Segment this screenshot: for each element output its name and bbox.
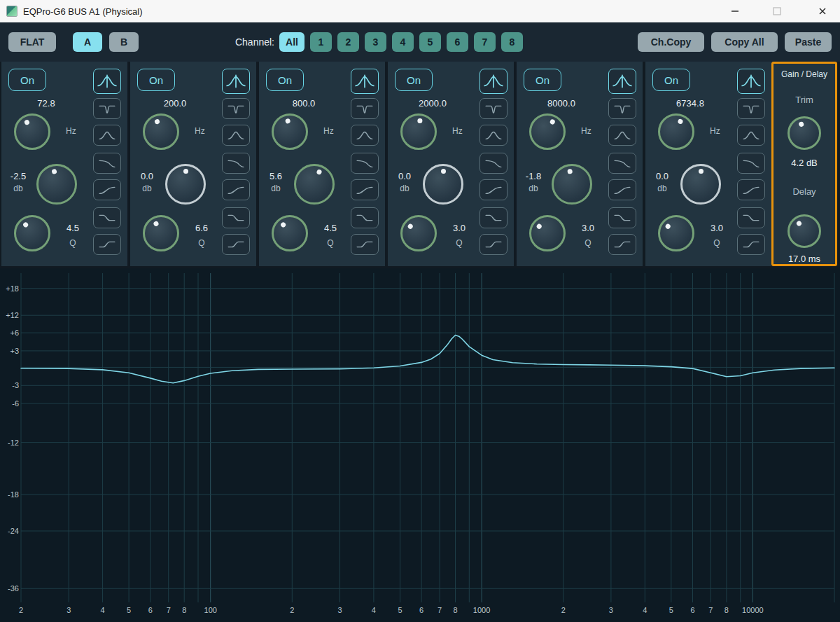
notch-filter-icon[interactable]: [351, 98, 379, 119]
x-axis-tick-label: 8: [724, 606, 729, 614]
highshelf-filter-icon[interactable]: [737, 234, 765, 255]
toolbar: FLAT A B Channel: Ch.Copy Copy All Paste…: [0, 22, 840, 62]
trim-value: 4.2 dB: [774, 158, 835, 168]
lowshelf-filter-icon[interactable]: [479, 207, 507, 228]
channel-button-3[interactable]: 3: [365, 32, 386, 52]
gain-delay-panel: Gain / Delay Trim 4.2 dB Delay 17.0 ms: [771, 62, 837, 266]
titlebar: EQPro-G6 BUS A1 (Physical): [0, 0, 840, 23]
channel-button-all[interactable]: All: [279, 32, 304, 52]
bandpass-filter-icon[interactable]: [479, 125, 507, 146]
x-axis-tick-label: 8: [182, 606, 186, 614]
eq-band-panel-4: On 2000.0 Hz 0.0 db 3.0 Q: [388, 62, 514, 266]
x-axis-tick-label: 5: [398, 606, 402, 614]
channel-button-8[interactable]: 8: [501, 32, 523, 52]
flat-button[interactable]: FLAT: [8, 32, 56, 52]
filter-type-stack: [1, 62, 127, 266]
lowshelf-filter-icon[interactable]: [93, 207, 121, 228]
highpass-filter-icon[interactable]: [93, 179, 121, 200]
peaking-filter-icon[interactable]: [93, 69, 121, 94]
notch-filter-icon[interactable]: [93, 98, 121, 119]
x-axis-tick-label: 5: [127, 606, 131, 614]
x-axis-tick-label: 1000: [473, 606, 490, 614]
channel-button-5[interactable]: 5: [419, 32, 441, 52]
close-button[interactable]: [806, 0, 839, 22]
x-axis-tick-label: 2: [19, 606, 23, 614]
peaking-filter-icon[interactable]: [737, 69, 765, 94]
lowshelf-filter-icon[interactable]: [737, 207, 765, 228]
y-axis-tick-label: +3: [10, 347, 19, 355]
lowpass-filter-icon[interactable]: [608, 153, 636, 174]
trim-knob[interactable]: [788, 116, 821, 150]
highpass-filter-icon[interactable]: [737, 179, 765, 200]
channel-button-2[interactable]: 2: [337, 32, 359, 52]
delay-knob[interactable]: [788, 214, 821, 248]
preset-b-button[interactable]: B: [109, 32, 139, 52]
channel-label: Channel:: [223, 32, 274, 52]
lowshelf-filter-icon[interactable]: [222, 207, 250, 228]
lowshelf-filter-icon[interactable]: [351, 207, 379, 228]
highpass-filter-icon[interactable]: [222, 179, 250, 200]
y-axis-tick-label: +12: [6, 311, 19, 319]
highpass-filter-icon[interactable]: [479, 179, 507, 200]
preset-a-button[interactable]: A: [73, 32, 102, 52]
lowshelf-filter-icon[interactable]: [608, 207, 636, 228]
peaking-filter-icon[interactable]: [608, 69, 636, 94]
peaking-filter-icon[interactable]: [479, 69, 507, 94]
x-axis-tick-label: 5: [669, 606, 673, 614]
y-axis-tick-label: -3: [12, 381, 19, 389]
notch-filter-icon[interactable]: [479, 98, 507, 119]
window-title: EQPro-G6 BUS A1 (Physical): [23, 6, 143, 17]
bandpass-filter-icon[interactable]: [351, 125, 379, 146]
peaking-filter-icon[interactable]: [222, 69, 250, 94]
maximize-button[interactable]: [761, 0, 793, 22]
bandpass-filter-icon[interactable]: [608, 125, 636, 146]
x-axis-tick-label: 6: [148, 606, 153, 614]
eq-application-window: EQPro-G6 BUS A1 (Physical) FLAT A B Chan…: [0, 0, 840, 622]
x-axis-tick-label: 2: [290, 606, 294, 614]
filter-type-stack: [130, 62, 256, 266]
eq-response-graph: +18+12+6+3-3-6-12-18-24-3623456781002345…: [0, 268, 840, 622]
channel-button-6[interactable]: 6: [447, 32, 468, 52]
notch-filter-icon[interactable]: [737, 98, 765, 119]
x-axis-tick-label: 7: [438, 606, 442, 614]
x-axis-tick-label: 8: [453, 606, 457, 614]
notch-filter-icon[interactable]: [608, 98, 636, 119]
eq-bands-row: Gain / Delay Trim 4.2 dB Delay 17.0 ms O…: [0, 62, 840, 268]
lowpass-filter-icon[interactable]: [222, 153, 250, 174]
copy-all-button[interactable]: Copy All: [711, 32, 778, 52]
channel-button-1[interactable]: 1: [310, 32, 332, 52]
paste-button[interactable]: Paste: [785, 32, 832, 52]
highpass-filter-icon[interactable]: [351, 179, 379, 200]
x-axis-tick-label: 6: [419, 606, 424, 614]
lowpass-filter-icon[interactable]: [93, 153, 121, 174]
y-axis-tick-label: -36: [8, 584, 19, 593]
x-axis-tick-label: 10000: [742, 606, 764, 614]
highshelf-filter-icon[interactable]: [479, 234, 507, 255]
app-icon: [6, 6, 18, 17]
trim-label: Trim: [774, 95, 835, 105]
highshelf-filter-icon[interactable]: [222, 234, 250, 255]
highpass-filter-icon[interactable]: [608, 179, 636, 200]
channel-button-4[interactable]: 4: [392, 32, 414, 52]
knob-indicator-dot: [798, 120, 804, 127]
lowpass-filter-icon[interactable]: [479, 153, 507, 174]
notch-filter-icon[interactable]: [222, 98, 250, 119]
lowpass-filter-icon[interactable]: [351, 153, 379, 174]
bandpass-filter-icon[interactable]: [93, 125, 121, 146]
channel-copy-button[interactable]: Ch.Copy: [638, 32, 704, 52]
highshelf-filter-icon[interactable]: [93, 234, 121, 255]
highshelf-filter-icon[interactable]: [351, 234, 379, 255]
filter-type-stack: [517, 62, 643, 266]
eq-band-panel-2: On 200.0 Hz 0.0 db 6.6 Q: [130, 62, 256, 266]
lowpass-filter-icon[interactable]: [737, 153, 765, 174]
bandpass-filter-icon[interactable]: [222, 125, 250, 146]
x-axis-tick-label: 4: [101, 606, 105, 614]
peaking-filter-icon[interactable]: [351, 69, 379, 94]
highshelf-filter-icon[interactable]: [608, 234, 636, 255]
x-axis-tick-label: 2: [561, 606, 566, 614]
close-icon: [817, 6, 828, 17]
minimize-button[interactable]: [719, 0, 751, 22]
bandpass-filter-icon[interactable]: [737, 125, 765, 146]
channel-button-7[interactable]: 7: [474, 32, 496, 52]
gain-delay-title: Gain / Delay: [774, 69, 835, 79]
